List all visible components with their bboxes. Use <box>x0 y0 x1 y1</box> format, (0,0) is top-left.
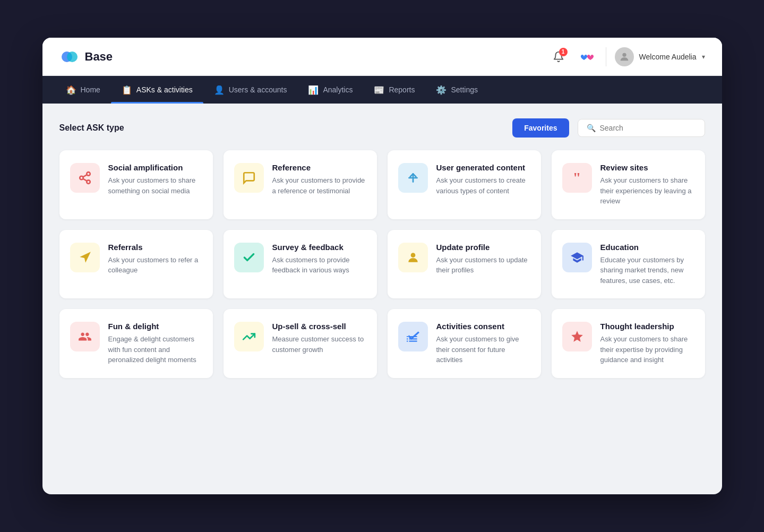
nav-item-users[interactable]: 👤 Users & accounts <box>203 76 298 104</box>
nav-item-analytics[interactable]: 📊 Analytics <box>297 76 363 104</box>
card-update-profile[interactable]: Update profile Ask your customers to upd… <box>388 230 541 299</box>
welcome-text: Welcome Audelia <box>639 53 697 61</box>
card-ugc[interactable]: User generated content Ask your customer… <box>388 150 541 219</box>
card-desc-survey: Ask customers to provide feedback in var… <box>272 255 366 276</box>
main-nav: 🏠 Home 📋 ASKs & activities 👤 Users & acc… <box>42 76 722 104</box>
logo-area: Base <box>59 47 113 67</box>
main-content: Select ASK type Favorites 🔍 <box>42 104 722 393</box>
notification-badge: 1 <box>559 48 568 56</box>
app-window: Base 1 <box>42 38 722 494</box>
settings-icon: ⚙️ <box>436 85 447 95</box>
search-icon: 🔍 <box>587 124 596 132</box>
card-reference[interactable]: Reference Ask your customers to provide … <box>224 150 377 219</box>
user-area[interactable]: Welcome Audelia ▾ <box>615 47 705 66</box>
search-input[interactable] <box>600 124 696 132</box>
nav-label-settings: Settings <box>451 85 478 94</box>
card-survey[interactable]: Survey & feedback Ask customers to provi… <box>224 230 377 299</box>
card-content-upsell: Up-sell & cross-sell Measure customer su… <box>272 322 366 355</box>
card-content-profile: Update profile Ask your customers to upd… <box>436 243 530 276</box>
card-content-review: Review sites Ask your customers to share… <box>600 163 694 207</box>
card-content-thought: Thought leadership Ask your customers to… <box>600 322 694 365</box>
nav-label-home: Home <box>81 85 100 94</box>
card-referrals[interactable]: Referrals Ask your customers to refer a … <box>59 230 213 299</box>
nav-label-analytics: Analytics <box>323 85 353 94</box>
card-desc-profile: Ask your customers to update their profi… <box>436 255 530 276</box>
card-title-survey: Survey & feedback <box>272 243 366 252</box>
search-box: 🔍 <box>578 119 705 137</box>
card-title-review: Review sites <box>600 163 694 172</box>
nav-item-reports[interactable]: 📰 Reports <box>363 76 425 104</box>
avatar <box>615 47 634 66</box>
header-divider <box>606 47 606 66</box>
svg-line-7 <box>83 175 87 177</box>
card-upsell[interactable]: Up-sell & cross-sell Measure customer su… <box>224 309 377 378</box>
analytics-icon: 📊 <box>308 85 319 95</box>
card-content-reference: Reference Ask your customers to provide … <box>272 163 366 196</box>
card-fun-delight[interactable]: Fun & delight Engage & delight customers… <box>59 309 213 378</box>
card-title-referrals: Referrals <box>108 243 202 252</box>
card-title-ugc: User generated content <box>436 163 530 172</box>
card-desc-social: Ask your customers to share something on… <box>108 175 202 196</box>
card-social-amplification[interactable]: Social amplification Ask your customers … <box>59 150 213 219</box>
card-desc-referrals: Ask your customers to refer a colleague <box>108 255 202 276</box>
card-content-ugc: User generated content Ask your customer… <box>436 163 530 196</box>
card-icon-social <box>70 163 100 193</box>
card-desc-upsell: Measure customer success to customer gro… <box>272 334 366 355</box>
card-education[interactable]: Education Educate your customers by shar… <box>552 230 705 299</box>
card-content-social: Social amplification Ask your customers … <box>108 163 202 196</box>
card-icon-education <box>562 243 592 272</box>
nav-item-settings[interactable]: ⚙️ Settings <box>425 76 488 104</box>
card-thought-leadership[interactable]: Thought leadership Ask your customers to… <box>552 309 705 378</box>
card-consent[interactable]: Activities consent Ask your customers to… <box>388 309 541 378</box>
heart-button[interactable] <box>577 47 597 67</box>
card-title-consent: Activities consent <box>436 322 530 331</box>
toolbar-right: Favorites 🔍 <box>512 118 705 138</box>
nav-label-reports: Reports <box>389 85 415 94</box>
svg-point-2 <box>622 53 626 56</box>
card-desc-consent: Ask your customers to give their consent… <box>436 334 530 365</box>
card-title-upsell: Up-sell & cross-sell <box>272 322 366 331</box>
card-icon-fun <box>70 322 100 351</box>
card-desc-ugc: Ask your customers to create various typ… <box>436 175 530 196</box>
card-title-thought: Thought leadership <box>600 322 694 331</box>
card-icon-upsell <box>234 322 264 351</box>
header-right: 1 Welcome Audelia ▾ <box>548 47 705 67</box>
logo-icon <box>59 47 80 67</box>
asks-icon: 📋 <box>122 85 132 95</box>
card-icon-referrals <box>70 243 100 272</box>
card-content-consent: Activities consent Ask your customers to… <box>436 322 530 365</box>
nav-item-home[interactable]: 🏠 Home <box>55 76 111 104</box>
cards-grid: Social amplification Ask your customers … <box>59 150 705 378</box>
card-desc-reference: Ask your customers to provide a referenc… <box>272 175 366 196</box>
card-content-survey: Survey & feedback Ask customers to provi… <box>272 243 366 276</box>
nav-item-asks[interactable]: 📋 ASKs & activities <box>111 76 203 104</box>
card-title-reference: Reference <box>272 163 366 172</box>
app-name: Base <box>85 50 113 64</box>
header: Base 1 <box>42 38 722 76</box>
card-icon-survey <box>234 243 264 272</box>
page-title: Select ASK type <box>59 123 124 133</box>
notification-button[interactable]: 1 <box>548 47 569 67</box>
svg-point-10 <box>410 253 415 258</box>
card-icon-ugc <box>398 163 428 193</box>
card-title-education: Education <box>600 243 694 252</box>
svg-point-1 <box>67 52 78 62</box>
favorites-button[interactable]: Favorites <box>512 118 569 138</box>
nav-label-users: Users & accounts <box>229 85 287 94</box>
card-icon-consent <box>398 322 428 351</box>
reports-icon: 📰 <box>374 85 384 95</box>
svg-line-6 <box>83 179 87 181</box>
card-icon-reference <box>234 163 264 193</box>
card-icon-thought <box>562 322 592 351</box>
chevron-down-icon: ▾ <box>702 53 705 61</box>
card-content-fun: Fun & delight Engage & delight customers… <box>108 322 202 365</box>
card-desc-review: Ask your customers to share their experi… <box>600 175 694 207</box>
nav-label-asks: ASKs & activities <box>136 85 193 94</box>
home-icon: 🏠 <box>66 85 76 95</box>
card-title-social: Social amplification <box>108 163 202 172</box>
toolbar: Select ASK type Favorites 🔍 <box>59 118 705 138</box>
card-icon-profile <box>398 243 428 272</box>
card-review-sites[interactable]: " Review sites Ask your customers to sha… <box>552 150 705 219</box>
card-title-fun: Fun & delight <box>108 322 202 331</box>
card-icon-review: " <box>562 163 592 193</box>
